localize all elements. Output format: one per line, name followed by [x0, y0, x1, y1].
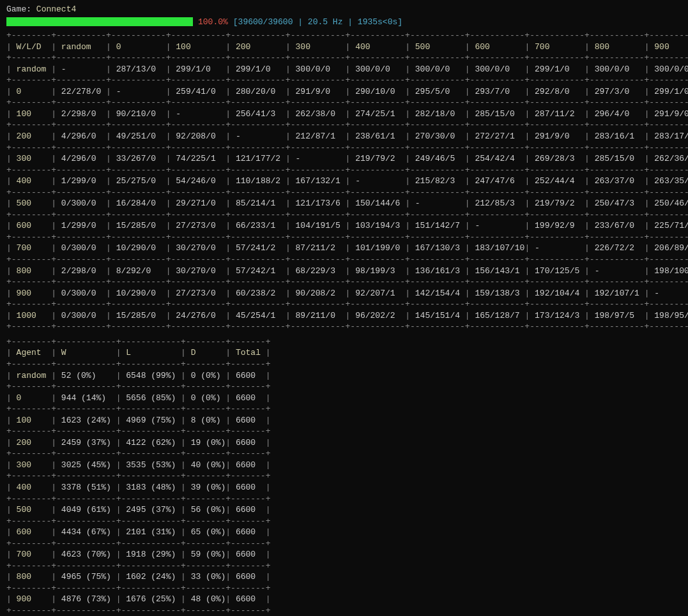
- summary-sep: +--------+------------+------------+----…: [6, 403, 682, 415]
- matrix-sep: +--------+----------+-----------+-------…: [6, 75, 682, 86]
- matrix-sep: +--------+----------+-----------+-------…: [6, 187, 682, 199]
- summary-row: | random | 52 (0%) | 6548 (99%) | 0 (0%)…: [6, 370, 682, 382]
- summary-sep: +--------+------------+------------+----…: [6, 336, 682, 348]
- summary-sep: +--------+------------+------------+----…: [6, 448, 682, 460]
- progress-meta: [39600/39600 | 20.5 Hz | 1935s<0s]: [233, 17, 402, 28]
- summary-row: | 200 | 2459 (37%) | 4122 (62%) | 19 (0%…: [6, 437, 682, 449]
- summary-sep: +--------+------------+------------+----…: [6, 359, 682, 370]
- matrix-sep: +--------+----------+-----------+-------…: [6, 276, 682, 288]
- matrix-sep: +--------+----------+-----------+-------…: [6, 321, 682, 333]
- progress-bar: [6, 17, 193, 26]
- matrix-sep: +--------+----------+-----------+-------…: [6, 232, 682, 243]
- summary-row: | 600 | 4434 (67%) | 2101 (31%) | 65 (0%…: [6, 527, 682, 538]
- summary-sep: +--------+------------+------------+----…: [6, 470, 682, 482]
- summary-sep: +--------+------------+------------+----…: [6, 560, 682, 572]
- summary-sep: +--------+------------+------------+----…: [6, 493, 682, 505]
- matrix-row: | 100 | 2/298/0 | 90/210/0 | - | 256/41/…: [6, 109, 682, 120]
- matrix-row: | 800 | 2/298/0 | 8/292/0 | 30/270/0 | 5…: [6, 266, 682, 277]
- summary-row: | 500 | 4049 (61%) | 2495 (37%) | 56 (0%…: [6, 504, 682, 516]
- summary-row: | 400 | 3378 (51%) | 3183 (48%) | 39 (0%…: [6, 482, 682, 493]
- matrix-sep: +--------+----------+-----------+-------…: [6, 165, 682, 176]
- matrix-row: | 0 | 22/278/0 | - | 259/41/0 | 280/20/0…: [6, 86, 682, 98]
- summary-sep: +--------+------------+------------+----…: [6, 381, 682, 393]
- matrix-row: | 1000 | 0/300/0 | 15/285/0 | 24/276/0 |…: [6, 310, 682, 322]
- game-label: Game:: [6, 4, 31, 14]
- summary-row: | 0 | 944 (14%) | 5656 (85%) | 0 (0%) | …: [6, 393, 682, 404]
- summary-row: | 300 | 3025 (45%) | 3535 (53%) | 40 (0%…: [6, 460, 682, 471]
- summary-row: | 700 | 4623 (70%) | 1918 (29%) | 59 (0%…: [6, 549, 682, 560]
- progress-bar-fill: [6, 17, 193, 26]
- matrix-row: | 300 | 4/296/0 | 33/267/0 | 74/225/1 | …: [6, 153, 682, 165]
- summary-sep: +--------+------------+------------+----…: [6, 426, 682, 437]
- matrix-sep: +--------+----------+-----------+-------…: [6, 97, 682, 109]
- summary-sep: +--------+------------+------------+----…: [6, 516, 682, 527]
- wld-matrix-table: +--------+----------+-----------+-------…: [6, 30, 682, 333]
- summary-header-row: | Agent | W | L | D | Total |: [6, 347, 682, 359]
- matrix-sep: +--------+----------+-----------+-------…: [6, 30, 682, 41]
- matrix-sep: +--------+----------+-----------+-------…: [6, 142, 682, 154]
- summary-sep: +--------+------------+------------+----…: [6, 583, 682, 594]
- summary-row: | 800 | 4965 (75%) | 1602 (24%) | 33 (0%…: [6, 571, 682, 583]
- progress-percent: 100.0%: [198, 17, 228, 28]
- matrix-row: | 700 | 0/300/0 | 10/290/0 | 30/270/0 | …: [6, 243, 682, 254]
- summary-sep: +--------+------------+------------+----…: [6, 538, 682, 550]
- matrix-row: | 400 | 1/299/0 | 25/275/0 | 54/246/0 | …: [6, 176, 682, 187]
- matrix-sep: +--------+----------+-----------+-------…: [6, 52, 682, 64]
- summary-table: +--------+------------+------------+----…: [6, 336, 682, 616]
- matrix-header-row: | W/L/D | random | 0 | 100 | 200 | 300 |…: [6, 41, 682, 53]
- matrix-row: | random | - | 287/13/0 | 299/1/0 | 299/…: [6, 64, 682, 75]
- matrix-sep: +--------+----------+-----------+-------…: [6, 299, 682, 310]
- matrix-row: | 200 | 4/296/0 | 49/251/0 | 92/208/0 | …: [6, 131, 682, 142]
- summary-row: | 900 | 4876 (73%) | 1676 (25%) | 48 (0%…: [6, 594, 682, 605]
- matrix-row: | 600 | 1/299/0 | 15/285/0 | 27/273/0 | …: [6, 220, 682, 232]
- game-name: Connect4: [36, 4, 76, 14]
- matrix-sep: +--------+----------+-----------+-------…: [6, 254, 682, 266]
- matrix-sep: +--------+----------+-----------+-------…: [6, 209, 682, 221]
- matrix-row: | 500 | 0/300/0 | 16/284/0 | 29/271/0 | …: [6, 198, 682, 209]
- summary-row: | 100 | 1623 (24%) | 4969 (75%) | 8 (0%)…: [6, 415, 682, 426]
- matrix-row: | 900 | 0/300/0 | 10/290/0 | 27/273/0 | …: [6, 288, 682, 299]
- summary-sep: +--------+------------+------------+----…: [6, 605, 682, 616]
- matrix-sep: +--------+----------+-----------+-------…: [6, 119, 682, 131]
